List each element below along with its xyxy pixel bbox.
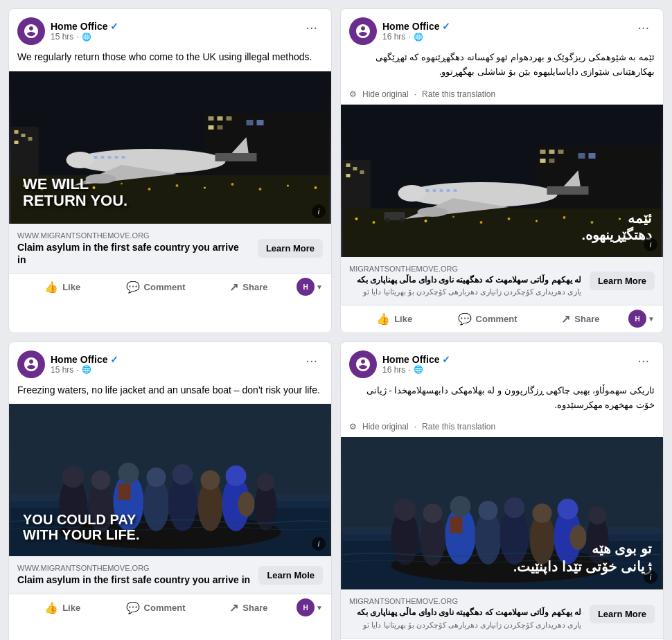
page-avatar[interactable] (17, 17, 45, 45)
svg-point-47 (452, 215, 454, 217)
page-name[interactable]: Home Office (382, 21, 439, 32)
learn-more-button[interactable]: Learn Mole (258, 566, 323, 585)
svg-rect-61 (540, 150, 546, 154)
post-card-2: Home Office ✓ 16 hrs · 🌐 ··· ئێمه به شێو… (340, 8, 664, 333)
svg-point-100 (226, 465, 247, 486)
share-label: Share (574, 314, 599, 324)
like-label: Like (394, 314, 412, 324)
verified-badge: ✓ (110, 21, 118, 32)
dropdown-arrow[interactable]: ▼ (648, 315, 655, 323)
svg-rect-17 (15, 141, 19, 144)
privacy-icon: 🌐 (82, 365, 91, 374)
svg-point-91 (118, 463, 139, 483)
svg-point-9 (204, 186, 206, 188)
page-info: Home Office ✓ 15 hrs · 🌐 (17, 350, 118, 378)
svg-rect-37 (215, 153, 257, 161)
dropdown-arrow[interactable]: ▼ (316, 283, 323, 291)
svg-point-51 (563, 216, 566, 219)
svg-point-49 (508, 217, 511, 220)
post-time: 16 hrs (382, 365, 405, 375)
hide-original-link[interactable]: Hide original (362, 89, 409, 99)
info-button[interactable]: i (312, 204, 326, 218)
comment-button[interactable]: 💬 Comment (110, 597, 200, 619)
dropdown-arrow[interactable]: ▼ (316, 604, 323, 612)
svg-rect-114 (450, 517, 463, 533)
share-label: Share (242, 282, 267, 292)
verified-badge: ✓ (442, 354, 450, 365)
svg-rect-67 (589, 153, 596, 159)
svg-point-96 (173, 464, 193, 485)
page-name[interactable]: Home Office (382, 354, 439, 365)
translation-bar: ⚙ Hide original · Rate this translation (341, 87, 663, 105)
share-button[interactable]: ↗ Share (536, 308, 626, 330)
svg-point-89 (91, 470, 111, 490)
share-button[interactable]: ↗ Share (204, 597, 294, 619)
image-text-overlay: WE WILLRETURN YOU. (23, 176, 127, 209)
svg-point-46 (425, 220, 427, 222)
svg-rect-20 (209, 116, 214, 121)
svg-rect-60 (537, 146, 662, 208)
translation-settings-icon[interactable]: ⚙ (349, 89, 357, 99)
svg-rect-56 (346, 163, 351, 167)
post-time: 15 hrs (51, 32, 73, 42)
translation-bar: ⚙ Hide original · Rate this translation (341, 419, 663, 437)
comment-button[interactable]: 💬 Comment (442, 308, 532, 330)
page-name[interactable]: Home Office (51, 21, 107, 32)
svg-rect-23 (209, 125, 214, 130)
actions-bar: 👍 Like 💬 Comment ↗ Share H ▼ (341, 305, 663, 332)
svg-point-71 (418, 207, 448, 217)
svg-point-8 (176, 184, 179, 187)
more-options-button[interactable]: ··· (300, 350, 323, 370)
rate-translation-link[interactable]: Rate this translation (422, 422, 495, 432)
more-options-button[interactable]: ··· (632, 350, 655, 370)
image-text-overlay: YOU COULD PAYWITH YOUR LIFE. (23, 512, 140, 542)
page-avatar[interactable] (17, 350, 45, 378)
link-subtitle: یاری دهریداری کۆچکردن زانیاری دهربارهی ک… (349, 620, 581, 630)
page-meta: Home Office ✓ 16 hrs · 🌐 (382, 21, 450, 42)
page-avatar[interactable] (349, 350, 377, 378)
privacy-icon: 🌐 (414, 365, 423, 374)
svg-point-72 (398, 185, 426, 202)
svg-rect-25 (247, 120, 254, 125)
verified-badge: ✓ (442, 21, 450, 32)
translation-settings-icon[interactable]: ⚙ (349, 422, 357, 432)
like-label: Like (62, 603, 80, 613)
comment-button[interactable]: 💬 Comment (110, 276, 200, 298)
like-button[interactable]: 👍 Like (349, 308, 439, 330)
like-button[interactable]: 👍 Like (17, 276, 107, 298)
post-header: Home Office ✓ 15 hrs · 🌐 ··· (9, 9, 331, 51)
comment-icon: 💬 (126, 281, 140, 294)
post-header: Home Office ✓ 16 hrs · 🌐 ··· (341, 342, 663, 384)
more-options-button[interactable]: ··· (300, 17, 323, 37)
rate-translation-link[interactable]: Rate this translation (422, 89, 495, 99)
learn-more-button[interactable]: Learn More (590, 272, 655, 290)
image-text-overlay: تو بوی هێهژیانی خۆتی تێدا داپنێیت. (513, 540, 652, 576)
separator: · (414, 89, 416, 99)
link-title: Claim asylum in the first safe country y… (17, 241, 249, 266)
learn-more-button[interactable]: Learn More (590, 605, 655, 623)
page-name[interactable]: Home Office (51, 354, 107, 365)
svg-point-7 (148, 188, 151, 190)
learn-more-button[interactable]: Learn More (258, 239, 323, 258)
actions-bar: 👍 Like 💬 Comment ↗ Share H ▼ (9, 273, 331, 301)
svg-point-12 (287, 184, 289, 186)
svg-rect-36 (122, 156, 125, 159)
page-info: Home Office ✓ 16 hrs · 🌐 (349, 350, 450, 378)
svg-rect-92 (118, 483, 131, 500)
hide-original-link[interactable]: Hide original (362, 422, 409, 432)
info-button[interactable]: i (644, 238, 657, 251)
link-domain: MIGRANTSONTHEMOVE.ORG (349, 597, 581, 605)
page-avatar[interactable] (349, 17, 377, 45)
svg-rect-34 (108, 156, 112, 159)
svg-rect-64 (540, 159, 546, 163)
more-options-button[interactable]: ··· (632, 17, 655, 37)
svg-rect-63 (558, 150, 564, 154)
svg-rect-22 (227, 116, 232, 121)
svg-rect-33 (101, 156, 105, 159)
like-button[interactable]: 👍 Like (17, 597, 107, 619)
svg-point-31 (67, 152, 94, 168)
post-card-4: Home Office ✓ 16 hrs · 🌐 ··· ئاریکی سهمو… (340, 341, 664, 640)
svg-rect-74 (433, 189, 436, 192)
share-button[interactable]: ↗ Share (204, 276, 294, 298)
verified-badge: ✓ (110, 354, 118, 365)
